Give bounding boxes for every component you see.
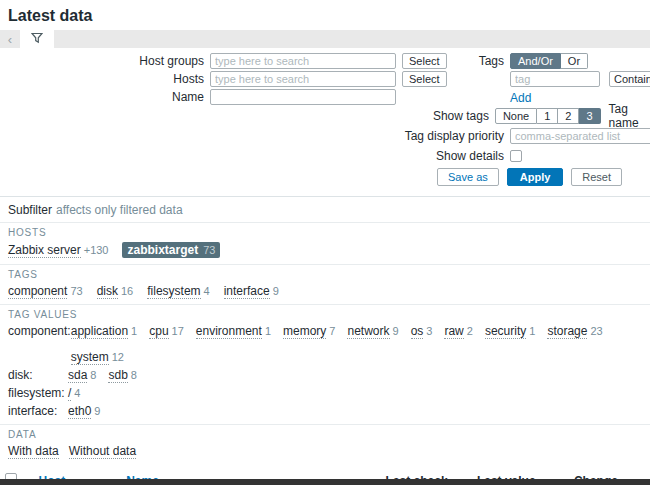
- show-details-checkbox[interactable]: [510, 150, 522, 162]
- subfilter-title-row: Subfilteraffects only filtered data: [0, 196, 650, 222]
- subfilter-host-item: Zabbix server+130: [8, 243, 108, 257]
- tag-count: 73: [70, 285, 82, 297]
- subfilter-tag-link[interactable]: disk: [97, 284, 118, 299]
- tag-value-count: 8: [131, 369, 137, 381]
- tag-display-priority-input[interactable]: [510, 128, 650, 144]
- page-title: Latest data: [0, 0, 650, 30]
- tag-operator-select[interactable]: Contains: [609, 71, 650, 87]
- tag-value-item: memory7: [283, 324, 335, 338]
- tag-value-group-label: component:: [8, 324, 71, 338]
- show-tags-1-button[interactable]: 1: [537, 108, 558, 124]
- collapse-filter-button[interactable]: ‹: [0, 30, 20, 48]
- tag-value-item: os3: [411, 324, 433, 338]
- tag-value-link[interactable]: storage: [547, 324, 587, 339]
- tags-mode-or-button[interactable]: Or: [561, 53, 588, 69]
- tag-value-item: system12: [71, 350, 124, 364]
- tag-value-link[interactable]: environment: [196, 324, 262, 339]
- subfilter-tag-item: component73: [8, 284, 83, 298]
- tag-input[interactable]: [510, 71, 600, 87]
- show-tags-label: Show tags: [340, 109, 489, 123]
- tag-value-count: 9: [94, 405, 100, 417]
- tag-count: 16: [121, 285, 133, 297]
- subfilter-host-link[interactable]: Zabbix server: [8, 243, 81, 258]
- tag-value-link[interactable]: cpu: [149, 324, 168, 339]
- subfilter-tag-link[interactable]: filesystem: [147, 284, 200, 299]
- tab-filter[interactable]: [20, 30, 54, 48]
- tag-display-priority-label: Tag display priority: [340, 129, 504, 143]
- filter-tabbar: ‹: [0, 30, 650, 48]
- subfilter: Subfilteraffects only filtered data HOST…: [0, 196, 650, 465]
- tag-value-link[interactable]: security: [485, 324, 526, 339]
- tags-section-header: TAGS: [8, 269, 642, 280]
- tag-value-group: disk: sda8 sdb8: [8, 368, 642, 382]
- tag-value-link[interactable]: memory: [283, 324, 326, 339]
- name-label: Name: [40, 90, 204, 104]
- filter-buttons: Save as Apply Reset: [437, 168, 622, 186]
- show-tags-3-button[interactable]: 3: [579, 108, 600, 124]
- save-as-button[interactable]: Save as: [437, 168, 499, 186]
- tag-value-item: application1: [71, 324, 138, 338]
- show-tags-segmented: None 1 2 3: [495, 108, 601, 124]
- subfilter-title: Subfilter: [8, 203, 52, 217]
- tag-value-count: 9: [393, 325, 399, 337]
- tag-value-count: 4: [74, 387, 80, 399]
- tag-value-count: 8: [90, 369, 96, 381]
- tag-value-count: 7: [329, 325, 335, 337]
- host-groups-label: Host groups: [40, 54, 204, 68]
- tag-value-group-label: filesystem:: [8, 386, 68, 400]
- subfilter-tag-values-section: TAG VALUES component: application1 cpu17…: [0, 304, 650, 424]
- tag-value-group: interface: eth09: [8, 404, 642, 418]
- tag-value-count: 1: [131, 325, 137, 337]
- tag-value-item: storage23: [547, 324, 602, 338]
- tag-value-item: raw2: [444, 324, 472, 338]
- bottom-bar: [0, 479, 650, 485]
- tag-value-item: network9: [347, 324, 398, 338]
- subfilter-tag-item: disk16: [97, 284, 134, 298]
- tag-value-link[interactable]: raw: [444, 324, 463, 339]
- with-data-link[interactable]: With data: [8, 444, 59, 459]
- tag-value-count: 1: [529, 325, 535, 337]
- filter-form: Host groups Select Hosts Select Name Tag…: [0, 48, 650, 196]
- tag-value-link[interactable]: sdb: [108, 368, 127, 383]
- subfilter-tag-link[interactable]: interface: [224, 284, 270, 299]
- chip-count: 73: [203, 244, 215, 256]
- chevron-left-icon: ‹: [8, 32, 12, 47]
- tag-value-group: component: application1 cpu17 environmen…: [8, 324, 642, 364]
- tag-value-count: 2: [467, 325, 473, 337]
- tag-value-item: cpu17: [149, 324, 184, 338]
- tag-value-link[interactable]: /: [68, 386, 71, 401]
- add-tag-link[interactable]: Add: [510, 91, 531, 105]
- hosts-label: Hosts: [40, 72, 204, 86]
- tag-value-item: environment1: [196, 324, 271, 338]
- tag-value-link[interactable]: eth0: [68, 404, 91, 419]
- tag-value-link[interactable]: application: [71, 324, 128, 339]
- show-tags-none-button[interactable]: None: [495, 108, 537, 124]
- subfilter-host-count: +130: [84, 244, 109, 256]
- tag-value-link[interactable]: sda: [68, 368, 87, 383]
- tag-name-label: Tag name: [609, 102, 650, 130]
- hosts-section-header: HOSTS: [8, 227, 642, 238]
- without-data-link[interactable]: Without data: [69, 444, 136, 459]
- tag-value-link[interactable]: system: [71, 350, 109, 365]
- tag-value-item: sdb8: [108, 368, 136, 382]
- tags-mode-andor-button[interactable]: And/Or: [510, 53, 561, 69]
- tag-value-item: eth09: [68, 404, 100, 418]
- tag-value-count: 12: [112, 351, 124, 363]
- tags-label: Tags: [340, 54, 504, 68]
- reset-button[interactable]: Reset: [571, 168, 622, 186]
- tag-value-link[interactable]: os: [411, 324, 424, 339]
- apply-button[interactable]: Apply: [507, 168, 564, 186]
- tags-mode-segmented: And/Or Or: [510, 53, 588, 69]
- subfilter-host-chip-selected[interactable]: zabbixtarget73: [122, 242, 220, 258]
- funnel-icon: [31, 32, 43, 47]
- subfilter-tags-section: TAGS component73 disk16 filesystem4 inte…: [0, 264, 650, 304]
- subfilter-tag-link[interactable]: component: [8, 284, 67, 299]
- show-details-label: Show details: [340, 149, 504, 163]
- tag-count: 4: [204, 285, 210, 297]
- show-tags-2-button[interactable]: 2: [558, 108, 579, 124]
- tag-value-group-label: interface:: [8, 404, 68, 418]
- tag-value-link[interactable]: network: [347, 324, 389, 339]
- tag-values-section-header: TAG VALUES: [8, 309, 642, 320]
- tag-count: 9: [273, 285, 279, 297]
- tag-value-item: /4: [68, 386, 80, 400]
